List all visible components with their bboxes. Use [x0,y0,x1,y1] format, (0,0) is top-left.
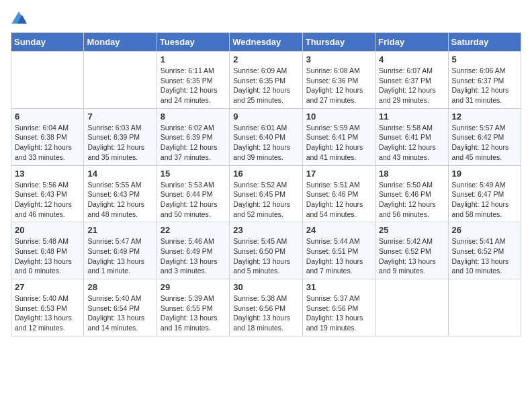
day-number: 6 [15,111,80,122]
day-number: 27 [15,282,80,292]
day-info: Sunrise: 6:03 AM Sunset: 6:39 PM Dayligh… [87,123,152,163]
day-number: 14 [87,169,152,179]
calendar-cell: 25Sunrise: 5:42 AM Sunset: 6:52 PM Dayli… [375,222,448,279]
day-info: Sunrise: 5:40 AM Sunset: 6:53 PM Dayligh… [15,293,80,333]
day-info: Sunrise: 5:52 AM Sunset: 6:45 PM Dayligh… [233,180,298,220]
day-info: Sunrise: 5:40 AM Sunset: 6:54 PM Dayligh… [87,293,152,333]
day-number: 19 [452,169,517,179]
column-header-wednesday: Wednesday [230,33,302,52]
day-info: Sunrise: 5:56 AM Sunset: 6:43 PM Dayligh… [15,180,80,220]
calendar-cell: 23Sunrise: 5:45 AM Sunset: 6:50 PM Dayli… [230,222,302,279]
day-info: Sunrise: 5:48 AM Sunset: 6:48 PM Dayligh… [15,236,80,276]
calendar-cell: 27Sunrise: 5:40 AM Sunset: 6:53 PM Dayli… [11,279,84,336]
day-number: 17 [306,169,371,179]
calendar-cell: 19Sunrise: 5:49 AM Sunset: 6:47 PM Dayli… [448,165,521,222]
day-number: 28 [87,282,152,292]
calendar-cell: 9Sunrise: 6:01 AM Sunset: 6:40 PM Daylig… [230,108,302,165]
day-number: 11 [379,111,444,122]
day-info: Sunrise: 5:38 AM Sunset: 6:56 PM Dayligh… [233,293,298,333]
calendar-cell: 17Sunrise: 5:51 AM Sunset: 6:46 PM Dayli… [302,165,375,222]
calendar-cell [375,279,448,336]
column-header-saturday: Saturday [448,33,521,52]
day-number: 25 [379,225,444,235]
column-header-friday: Friday [375,33,448,52]
calendar-cell: 18Sunrise: 5:50 AM Sunset: 6:46 PM Dayli… [375,165,448,222]
day-number: 31 [306,282,371,292]
calendar-week-4: 20Sunrise: 5:48 AM Sunset: 6:48 PM Dayli… [11,222,521,279]
day-number: 1 [161,54,226,64]
page-header [11,11,521,27]
column-header-tuesday: Tuesday [157,33,229,52]
calendar-cell: 14Sunrise: 5:55 AM Sunset: 6:43 PM Dayli… [84,165,157,222]
calendar-cell: 5Sunrise: 6:06 AM Sunset: 6:37 PM Daylig… [448,52,521,109]
logo-icon [11,11,27,27]
day-number: 21 [87,225,152,235]
day-info: Sunrise: 6:07 AM Sunset: 6:37 PM Dayligh… [379,66,444,105]
calendar-week-5: 27Sunrise: 5:40 AM Sunset: 6:53 PM Dayli… [11,279,521,336]
calendar-cell: 21Sunrise: 5:47 AM Sunset: 6:49 PM Dayli… [84,222,157,279]
day-number: 16 [233,169,298,179]
day-number: 7 [87,111,152,122]
day-number: 29 [161,282,226,292]
day-number: 13 [15,169,80,179]
column-header-monday: Monday [84,33,157,52]
calendar-week-1: 1Sunrise: 6:11 AM Sunset: 6:35 PM Daylig… [11,52,521,109]
calendar-cell: 11Sunrise: 5:58 AM Sunset: 6:41 PM Dayli… [375,108,448,165]
calendar-cell: 13Sunrise: 5:56 AM Sunset: 6:43 PM Dayli… [11,165,84,222]
calendar-cell: 7Sunrise: 6:03 AM Sunset: 6:39 PM Daylig… [84,108,157,165]
day-number: 5 [452,54,517,64]
day-info: Sunrise: 5:44 AM Sunset: 6:51 PM Dayligh… [306,236,371,276]
day-number: 18 [379,169,444,179]
day-number: 8 [161,111,226,122]
day-info: Sunrise: 5:49 AM Sunset: 6:47 PM Dayligh… [452,180,517,220]
day-number: 22 [161,225,226,235]
day-info: Sunrise: 6:06 AM Sunset: 6:37 PM Dayligh… [452,66,517,105]
calendar-cell: 28Sunrise: 5:40 AM Sunset: 6:54 PM Dayli… [84,279,157,336]
day-info: Sunrise: 6:08 AM Sunset: 6:36 PM Dayligh… [306,66,371,105]
day-number: 20 [15,225,80,235]
day-info: Sunrise: 6:04 AM Sunset: 6:38 PM Dayligh… [15,123,80,163]
calendar-cell: 16Sunrise: 5:52 AM Sunset: 6:45 PM Dayli… [230,165,302,222]
day-info: Sunrise: 5:41 AM Sunset: 6:52 PM Dayligh… [452,236,517,276]
day-number: 23 [233,225,298,235]
calendar-cell: 6Sunrise: 6:04 AM Sunset: 6:38 PM Daylig… [11,108,84,165]
day-info: Sunrise: 6:11 AM Sunset: 6:35 PM Dayligh… [161,66,226,105]
day-info: Sunrise: 5:53 AM Sunset: 6:44 PM Dayligh… [161,180,226,220]
logo [11,11,30,27]
calendar-cell: 10Sunrise: 5:59 AM Sunset: 6:41 PM Dayli… [302,108,375,165]
day-info: Sunrise: 5:46 AM Sunset: 6:49 PM Dayligh… [161,236,226,276]
calendar-week-3: 13Sunrise: 5:56 AM Sunset: 6:43 PM Dayli… [11,165,521,222]
day-info: Sunrise: 6:02 AM Sunset: 6:39 PM Dayligh… [161,123,226,163]
day-number: 26 [452,225,517,235]
day-info: Sunrise: 5:59 AM Sunset: 6:41 PM Dayligh… [306,123,371,163]
calendar-cell: 3Sunrise: 6:08 AM Sunset: 6:36 PM Daylig… [302,52,375,109]
calendar-cell: 12Sunrise: 5:57 AM Sunset: 6:42 PM Dayli… [448,108,521,165]
calendar-header-row: SundayMondayTuesdayWednesdayThursdayFrid… [11,33,521,52]
calendar-cell [448,279,521,336]
day-info: Sunrise: 5:39 AM Sunset: 6:55 PM Dayligh… [161,293,226,333]
calendar-cell: 8Sunrise: 6:02 AM Sunset: 6:39 PM Daylig… [157,108,229,165]
day-number: 12 [452,111,517,122]
day-number: 15 [161,169,226,179]
day-info: Sunrise: 5:47 AM Sunset: 6:49 PM Dayligh… [87,236,152,276]
day-number: 10 [306,111,371,122]
calendar-cell: 31Sunrise: 5:37 AM Sunset: 6:56 PM Dayli… [302,279,375,336]
day-info: Sunrise: 5:51 AM Sunset: 6:46 PM Dayligh… [306,180,371,220]
day-info: Sunrise: 5:45 AM Sunset: 6:50 PM Dayligh… [233,236,298,276]
calendar-table: SundayMondayTuesdayWednesdayThursdayFrid… [11,32,521,336]
day-info: Sunrise: 6:09 AM Sunset: 6:35 PM Dayligh… [233,66,298,105]
calendar-cell: 30Sunrise: 5:38 AM Sunset: 6:56 PM Dayli… [230,279,302,336]
day-info: Sunrise: 5:58 AM Sunset: 6:41 PM Dayligh… [379,123,444,163]
calendar-cell [84,52,157,109]
day-info: Sunrise: 5:50 AM Sunset: 6:46 PM Dayligh… [379,180,444,220]
calendar-cell: 24Sunrise: 5:44 AM Sunset: 6:51 PM Dayli… [302,222,375,279]
calendar-cell: 15Sunrise: 5:53 AM Sunset: 6:44 PM Dayli… [157,165,229,222]
day-info: Sunrise: 6:01 AM Sunset: 6:40 PM Dayligh… [233,123,298,163]
day-number: 4 [379,54,444,64]
day-number: 30 [233,282,298,292]
calendar-cell: 20Sunrise: 5:48 AM Sunset: 6:48 PM Dayli… [11,222,84,279]
calendar-week-2: 6Sunrise: 6:04 AM Sunset: 6:38 PM Daylig… [11,108,521,165]
day-number: 3 [306,54,371,64]
day-info: Sunrise: 5:42 AM Sunset: 6:52 PM Dayligh… [379,236,444,276]
column-header-sunday: Sunday [11,33,84,52]
